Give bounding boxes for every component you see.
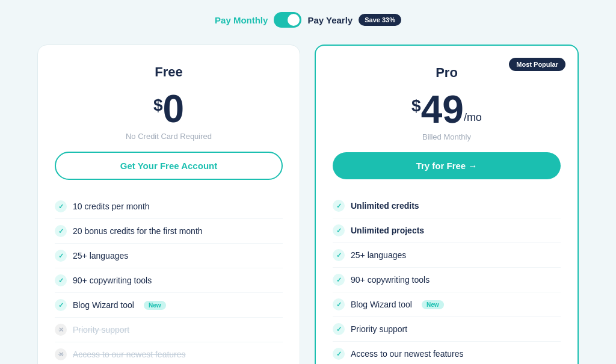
pro-feature-1-text: Unlimited credits xyxy=(351,201,419,211)
check-icon: ✓ xyxy=(333,249,345,261)
pro-plan-card: Pro Most Popular $49/mo Billed Monthly T… xyxy=(315,45,579,364)
free-plan-name: Free xyxy=(55,64,283,80)
free-plan-card: Free $0 No Credit Card Required Get Your… xyxy=(37,45,300,364)
pro-plan-price: $49/mo xyxy=(333,90,561,129)
free-feature-3: ✓ 25+ languages xyxy=(55,244,283,268)
plans-container: Free $0 No Credit Card Required Get Your… xyxy=(37,45,579,364)
free-feature-3-text: 25+ languages xyxy=(73,251,128,261)
free-feature-6-text: Priority support xyxy=(73,325,129,335)
pro-feature-4-text: 90+ copywriting tools xyxy=(351,275,430,285)
free-price-amount: 0 xyxy=(162,90,184,128)
pro-feature-5-text: Blog Wizard tool xyxy=(351,300,412,309)
save-badge: Save 33% xyxy=(359,14,401,26)
pro-price-symbol: $ xyxy=(411,96,421,116)
pro-feature-6-text: Priority support xyxy=(351,324,407,334)
pro-feature-list: ✓ Unlimited credits ✓ Unlimited projects… xyxy=(333,194,561,364)
most-popular-badge: Most Popular xyxy=(509,58,565,71)
pro-feature-2: ✓ Unlimited projects xyxy=(333,218,561,243)
free-feature-1: ✓ 10 credits per month xyxy=(55,194,283,219)
check-icon: ✓ xyxy=(55,250,67,262)
free-feature-7-text: Access to our newest features xyxy=(73,350,186,359)
free-price-symbol: $ xyxy=(153,96,163,115)
pro-feature-6: ✓ Priority support xyxy=(333,317,561,342)
free-feature-4-text: 90+ copywriting tools xyxy=(73,276,152,285)
check-icon: ✓ xyxy=(55,274,67,286)
x-icon: ✕ xyxy=(55,348,67,360)
free-feature-5: ✓ Blog Wizard tool New xyxy=(55,293,283,318)
check-icon: ✓ xyxy=(333,323,345,335)
pro-feature-5: ✓ Blog Wizard tool New xyxy=(333,292,561,317)
pay-yearly-label: Pay Yearly xyxy=(307,15,353,25)
x-icon: ✕ xyxy=(55,324,67,336)
check-icon: ✓ xyxy=(333,298,345,310)
billing-toggle-row: Pay Monthly Pay Yearly Save 33% xyxy=(215,12,401,28)
pro-price-period: /mo xyxy=(464,111,482,124)
pro-cta-button[interactable]: Try for Free → xyxy=(333,152,561,179)
pro-price-amount: 49 xyxy=(421,90,464,129)
free-feature-2: ✓ 20 bonus credits for the first month xyxy=(55,219,283,244)
new-badge: New xyxy=(422,300,444,309)
toggle-knob xyxy=(288,14,300,26)
check-icon: ✓ xyxy=(55,299,67,311)
free-plan-price: $0 xyxy=(55,90,283,128)
free-feature-6: ✕ Priority support xyxy=(55,318,283,342)
check-icon: ✓ xyxy=(55,225,67,237)
pro-feature-4: ✓ 90+ copywriting tools xyxy=(333,268,561,292)
free-feature-1-text: 10 credits per month xyxy=(73,202,150,211)
free-feature-list: ✓ 10 credits per month ✓ 20 bonus credit… xyxy=(55,194,283,364)
check-icon: ✓ xyxy=(333,224,345,236)
check-icon: ✓ xyxy=(333,348,345,360)
free-feature-5-text: Blog Wizard tool xyxy=(73,300,134,310)
new-badge: New xyxy=(144,301,166,310)
free-price-subtitle: No Credit Card Required xyxy=(55,132,283,141)
check-icon: ✓ xyxy=(55,200,67,212)
free-feature-4: ✓ 90+ copywriting tools xyxy=(55,268,283,293)
pro-feature-3: ✓ 25+ languages xyxy=(333,243,561,268)
pro-feature-1: ✓ Unlimited credits xyxy=(333,194,561,218)
check-icon: ✓ xyxy=(333,200,345,212)
pro-feature-3-text: 25+ languages xyxy=(351,250,406,260)
free-feature-7: ✕ Access to our newest features xyxy=(55,342,283,364)
pro-feature-7-text: Access to our newest features xyxy=(351,349,464,359)
free-feature-2-text: 20 bonus credits for the first month xyxy=(73,226,203,236)
billing-toggle[interactable] xyxy=(274,12,301,28)
pay-monthly-label: Pay Monthly xyxy=(215,15,268,25)
pro-feature-7: ✓ Access to our newest features xyxy=(333,342,561,364)
check-icon: ✓ xyxy=(333,274,345,286)
free-cta-button[interactable]: Get Your Free Account xyxy=(55,152,283,180)
pro-price-subtitle: Billed Monthly xyxy=(333,132,561,141)
pro-feature-2-text: Unlimited projects xyxy=(351,226,424,235)
